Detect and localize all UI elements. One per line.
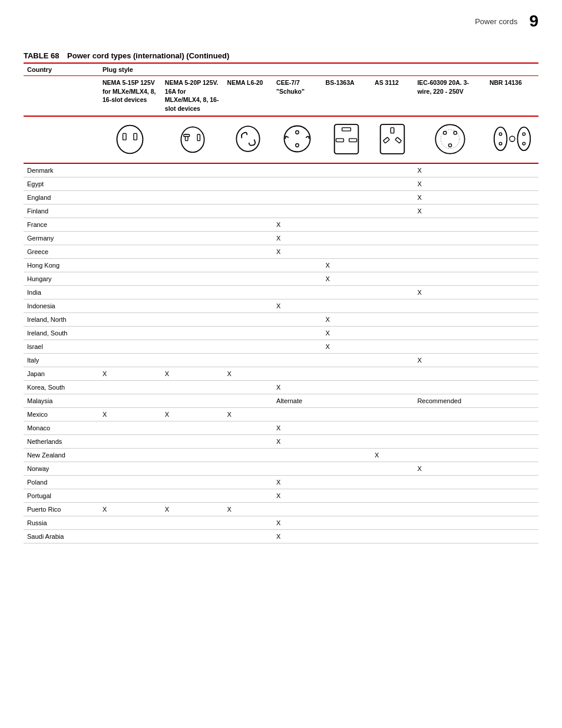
cell-nema520 [161,204,224,218]
cell-bs1363a [322,407,372,421]
cell-iec60309: X [414,177,485,190]
cell-iec60309 [414,258,485,272]
cell-nema520: X [161,407,224,421]
cell-nema520 [161,516,224,529]
cell-as3112 [371,407,414,421]
cell-country: New Zealand [24,448,99,462]
cell-nema520 [161,312,224,326]
cell-bs1363a: X [322,272,372,285]
cell-nemal620 [224,163,273,177]
table-row: IsraelX [24,340,538,353]
col-header-country: Country [24,63,99,76]
cell-nbr14136 [486,489,538,502]
cell-nemal620 [224,516,273,529]
table-header-row1: Country Plug style [24,63,538,76]
cell-nbr14136 [486,299,538,312]
cell-as3112 [371,462,414,475]
cell-cee77: X [273,434,322,448]
cell-nema520 [161,462,224,475]
cell-iec60309 [414,326,485,340]
svg-point-28 [523,133,525,136]
cell-nema520 [161,434,224,448]
cell-iec60309 [414,312,485,326]
cell-cee77 [273,448,322,462]
svg-point-29 [523,143,525,146]
table-row: Puerto RicoXXX [24,502,538,516]
svg-point-24 [494,127,507,151]
cell-bs1363a: X [322,326,372,340]
cell-iec60309: X [414,285,485,299]
cell-bs1363a [322,380,372,394]
svg-point-21 [443,131,446,134]
cell-nema515 [99,312,161,326]
cell-country: Ireland, South [24,326,99,340]
table-row: EgyptX [24,177,538,190]
cell-as3112 [371,258,414,272]
cell-country: Egypt [24,177,99,190]
cell-nbr14136 [486,407,538,421]
svg-rect-13 [336,139,344,142]
cell-nbr14136 [486,204,538,218]
cell-nbr14136 [486,285,538,299]
cell-iec60309 [414,502,485,516]
cell-iec60309 [414,231,485,245]
cell-as3112 [371,285,414,299]
cell-nema515 [99,299,161,312]
cell-country: Norway [24,462,99,475]
cell-country: Malaysia [24,394,99,407]
cell-cee77: X [273,421,322,434]
cell-nbr14136 [486,353,538,367]
cell-nema515 [99,353,161,367]
subheader-nema520: NEMA 5-20P 125V. 16A for MLXe/MLX4, 8, 1… [161,76,224,116]
cell-as3112 [371,326,414,340]
cell-nbr14136 [486,163,538,177]
cell-nbr14136 [486,312,538,326]
cell-cee77 [273,312,322,326]
cell-nbr14136 [486,177,538,190]
svg-point-8 [285,126,310,152]
cell-nema515 [99,204,161,218]
cell-nemal620 [224,258,273,272]
svg-point-27 [517,127,530,151]
table-row: PolandX [24,475,538,489]
cell-iec60309 [414,367,485,380]
svg-point-19 [435,124,464,153]
cell-country: Puerto Rico [24,502,99,516]
cell-country: Netherlands [24,434,99,448]
cell-bs1363a [322,462,372,475]
cell-iec60309 [414,380,485,394]
cell-cee77 [273,340,322,353]
cell-nemal620 [224,299,273,312]
cell-bs1363a [322,353,372,367]
cell-cee77: X [273,299,322,312]
cell-nema520 [161,340,224,353]
svg-rect-12 [342,127,351,131]
cell-nemal620 [224,529,273,543]
svg-rect-5 [183,134,189,137]
cell-nema515 [99,218,161,231]
cell-as3112 [371,434,414,448]
cell-nema515 [99,340,161,353]
table-row: FinlandX [24,204,538,218]
cell-country: Hong Kong [24,258,99,272]
table-row: GreeceX [24,245,538,258]
page-header: Power cords 9 [24,12,538,34]
table-row: MalaysiaAlternateRecommended [24,394,538,407]
icon-cell-nemal620 [224,116,273,163]
icon-cell-cee77 [273,116,322,163]
svg-point-30 [510,136,515,141]
table-label: TABLE 68 Power cord types (international… [24,51,538,60]
cell-iec60309: X [414,462,485,475]
table-row: PortugalX [24,489,538,502]
cell-as3112 [371,516,414,529]
cell-nema520 [161,285,224,299]
cell-nemal620: X [224,367,273,380]
page-number: 9 [529,12,538,31]
cell-as3112 [371,190,414,204]
subheader-nema515: NEMA 5-15P 125V for MLXe/MLX4, 8, 16-slo… [99,76,161,116]
col-header-plug-style: Plug style [99,63,538,76]
cell-iec60309: X [414,353,485,367]
cell-iec60309 [414,489,485,502]
cell-nema520 [161,421,224,434]
cell-nema520 [161,231,224,245]
